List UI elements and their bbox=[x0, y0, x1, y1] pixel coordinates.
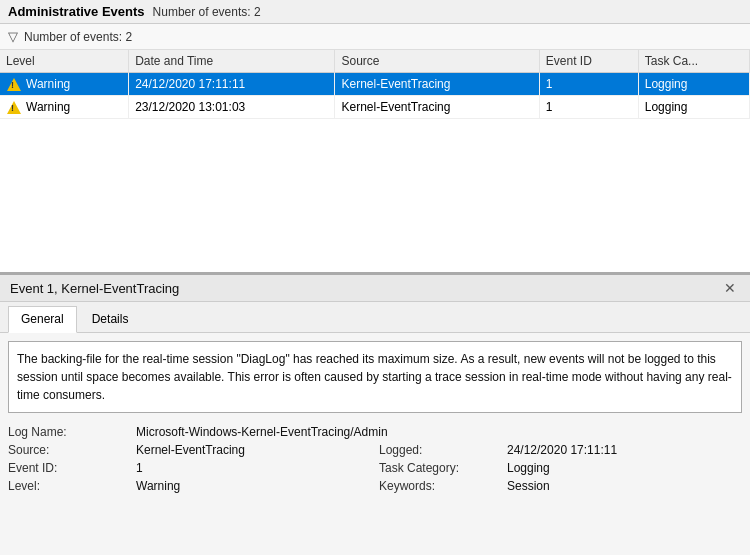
table-row[interactable]: Warning23/12/2020 13:01:03Kernel-EventTr… bbox=[0, 96, 750, 119]
table-body: Warning24/12/2020 17:11:11Kernel-EventTr… bbox=[0, 73, 750, 119]
source-label: Source: bbox=[8, 443, 128, 457]
cell-datetime: 23/12/2020 13:01:03 bbox=[129, 96, 335, 119]
keywords-label: Keywords: bbox=[379, 479, 499, 493]
filter-bar: ▽ Number of events: 2 bbox=[0, 24, 750, 50]
log-name-label: Log Name: bbox=[8, 425, 128, 439]
level-text: Warning bbox=[26, 77, 70, 91]
col-task-cat: Task Ca... bbox=[638, 50, 749, 73]
task-cat-value: Logging bbox=[507, 461, 742, 475]
logged-value: 24/12/2020 17:11:11 bbox=[507, 443, 742, 457]
col-datetime: Date and Time bbox=[129, 50, 335, 73]
warning-icon bbox=[6, 100, 22, 114]
cell-source: Kernel-EventTracing bbox=[335, 96, 539, 119]
col-event-id: Event ID bbox=[539, 50, 638, 73]
cell-event-id: 1 bbox=[539, 73, 638, 96]
level-label: Level: bbox=[8, 479, 128, 493]
table-row[interactable]: Warning24/12/2020 17:11:11Kernel-EventTr… bbox=[0, 73, 750, 96]
logged-label: Logged: bbox=[379, 443, 499, 457]
filter-count: Number of events: 2 bbox=[24, 30, 132, 44]
event-id-value: 1 bbox=[136, 461, 371, 475]
detail-panel-header: Event 1, Kernel-EventTracing ✕ bbox=[0, 275, 750, 302]
lower-panel: Event 1, Kernel-EventTracing ✕ General D… bbox=[0, 274, 750, 555]
detail-panel-title: Event 1, Kernel-EventTracing bbox=[10, 281, 179, 296]
event-description: The backing-file for the real-time sessi… bbox=[8, 341, 742, 413]
log-name-value: Microsoft-Windows-Kernel-EventTracing/Ad… bbox=[136, 425, 742, 439]
table-header-row: Level Date and Time Source Event ID Task… bbox=[0, 50, 750, 73]
event-table: Level Date and Time Source Event ID Task… bbox=[0, 50, 750, 119]
cell-event-id: 1 bbox=[539, 96, 638, 119]
tab-details[interactable]: Details bbox=[79, 306, 142, 332]
cell-task-category: Logging bbox=[638, 96, 749, 119]
cell-task-category: Logging bbox=[638, 73, 749, 96]
event-id-label: Event ID: bbox=[8, 461, 128, 475]
cell-level: Warning bbox=[0, 73, 129, 96]
cell-source: Kernel-EventTracing bbox=[335, 73, 539, 96]
filter-icon: ▽ bbox=[8, 29, 18, 44]
tab-general[interactable]: General bbox=[8, 306, 77, 333]
cell-datetime: 24/12/2020 17:11:11 bbox=[129, 73, 335, 96]
event-count-header: Number of events: 2 bbox=[153, 5, 261, 19]
cell-level: Warning bbox=[0, 96, 129, 119]
level-value: Warning bbox=[136, 479, 371, 493]
task-cat-label: Task Category: bbox=[379, 461, 499, 475]
col-level: Level bbox=[0, 50, 129, 73]
warning-icon bbox=[6, 77, 22, 91]
app-title: Administrative Events bbox=[8, 4, 145, 19]
tabs-bar: General Details bbox=[0, 302, 750, 333]
keywords-value: Session bbox=[507, 479, 742, 493]
upper-panel: ▽ Number of events: 2 Level Date and Tim… bbox=[0, 24, 750, 274]
level-text: Warning bbox=[26, 100, 70, 114]
top-bar: Administrative Events Number of events: … bbox=[0, 0, 750, 24]
event-fields: Log Name: Microsoft-Windows-Kernel-Event… bbox=[0, 421, 750, 497]
col-source: Source bbox=[335, 50, 539, 73]
close-button[interactable]: ✕ bbox=[720, 280, 740, 296]
source-value: Kernel-EventTracing bbox=[136, 443, 371, 457]
